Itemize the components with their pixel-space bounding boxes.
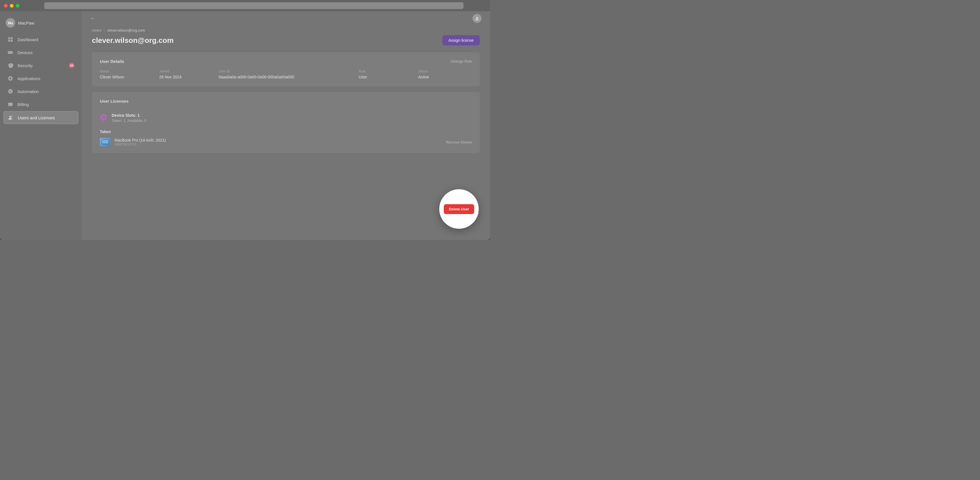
user-id-value: 0aaa0a0a-a000-0a00-0a00-000a0a00a000: [219, 75, 294, 79]
sidebar-item-billing[interactable]: Billing: [3, 98, 78, 110]
users-icon: [8, 115, 14, 121]
user-avatar-top[interactable]: [473, 14, 482, 23]
page-header: clever.wilson@org.com Assign license: [92, 35, 480, 45]
svg-rect-15: [102, 140, 108, 144]
minimize-button[interactable]: [10, 4, 14, 8]
org-initials: Ma: [8, 21, 13, 25]
license-text: Device Slots: 1 Taken: 1, Available: 0.: [111, 113, 147, 123]
user-id-label: User ID: [219, 69, 353, 73]
security-badge: 34: [69, 62, 75, 68]
sidebar-item-automation[interactable]: Automation: [3, 85, 78, 97]
name-field: Name Clever Wilson: [100, 69, 154, 80]
status-value: Active: [418, 75, 429, 79]
change-role-button[interactable]: Change Role: [450, 59, 472, 64]
breadcrumb-separator: ›: [104, 28, 105, 32]
device-row: MacBook Pro (14-inch, 2021) A0BCDE1F2G R…: [100, 138, 472, 147]
license-item: Device Slots: 1 Taken: 1, Available: 0.: [100, 109, 472, 127]
user-details-grid: Name Clever Wilson Joined 26 Nov 2024 Us…: [100, 69, 472, 80]
svg-point-7: [10, 78, 11, 79]
billing-icon: [7, 101, 14, 107]
svg-point-11: [9, 116, 11, 118]
org-name: MacPaw: [18, 21, 34, 26]
address-bar[interactable]: [44, 2, 463, 9]
license-detail: Taken: 1, Available: 0.: [111, 118, 147, 123]
titlebar: [0, 0, 490, 11]
device-details: MacBook Pro (14-inch, 2021) A0BCDE1F2G: [115, 138, 166, 147]
main-content: ← Users › clever.wilson@org.com clever.w…: [82, 11, 490, 240]
svg-rect-0: [8, 37, 10, 39]
assign-license-button[interactable]: Assign license: [442, 35, 480, 45]
applications-icon: [7, 75, 14, 81]
sidebar-item-security[interactable]: Security 34: [3, 59, 78, 72]
status-field: Status Active: [418, 69, 472, 80]
user-id-field: User ID 0aaa0a0a-a000-0a00-0a00-000a0a00…: [219, 69, 353, 80]
taken-title: Taken: [100, 129, 472, 134]
security-icon: [7, 62, 14, 69]
delete-user-button[interactable]: Delete User: [444, 204, 474, 214]
device-id: A0BCDE1F2G: [115, 142, 166, 147]
taken-section: Taken: [100, 129, 472, 147]
org-avatar: Ma: [6, 18, 15, 28]
sidebar: Ma MacPaw Dashboard Devices: [0, 11, 82, 240]
macbook-icon: [100, 138, 111, 147]
joined-value: 26 Nov 2024: [159, 75, 181, 79]
joined-field: Joined 26 Nov 2024: [159, 69, 213, 80]
breadcrumb-current: clever.wilson@org.com: [107, 28, 145, 32]
delete-user-fab: Delete User: [439, 189, 479, 229]
svg-rect-4: [8, 51, 12, 54]
sidebar-item-label: Devices: [18, 50, 32, 55]
maximize-button[interactable]: [16, 4, 19, 8]
devices-icon: [7, 49, 14, 56]
sidebar-navigation: Dashboard Devices Security 34: [0, 33, 82, 124]
name-value: Clever Wilson: [100, 75, 124, 79]
role-value: User: [359, 75, 367, 79]
sidebar-item-label: Applications: [18, 76, 40, 81]
org-logo: Ma MacPaw: [0, 16, 82, 33]
user-licenses-title: User Licenses: [100, 99, 129, 104]
automation-icon: [7, 88, 14, 94]
svg-point-13: [476, 17, 478, 19]
sidebar-item-users-and-licenses[interactable]: Users and Licenses: [3, 111, 78, 124]
device-info: MacBook Pro (14-inch, 2021) A0BCDE1F2G: [100, 138, 166, 147]
sidebar-item-label: Billing: [18, 102, 29, 107]
sidebar-item-label: Users and Licenses: [18, 115, 55, 120]
svg-rect-3: [11, 40, 13, 42]
collapse-sidebar-button[interactable]: ←: [90, 16, 95, 21]
svg-rect-5: [12, 52, 13, 54]
user-details-section: User Details Change Role Name Clever Wil…: [92, 52, 480, 86]
user-details-title: User Details: [100, 59, 124, 64]
content-area: Users › clever.wilson@org.com clever.wil…: [82, 26, 490, 240]
joined-label: Joined: [159, 69, 213, 73]
dashboard-icon: [7, 37, 14, 43]
sidebar-item-label: Dashboard: [18, 37, 38, 42]
sidebar-item-dashboard[interactable]: Dashboard: [3, 33, 78, 46]
page-title: clever.wilson@org.com: [92, 36, 174, 45]
license-name: Device Slots: 1: [111, 113, 147, 118]
svg-rect-1: [11, 37, 13, 39]
sidebar-item-devices[interactable]: Devices: [3, 46, 78, 59]
status-label: Status: [418, 69, 472, 73]
role-field: Role User: [359, 69, 412, 80]
license-gear-icon: [100, 113, 108, 121]
svg-rect-10: [8, 104, 13, 104]
user-licenses-section: User Licenses Device Slots: 1 Taken: 1, …: [92, 92, 480, 153]
sidebar-item-applications[interactable]: Applications: [3, 72, 78, 85]
svg-rect-2: [8, 40, 10, 42]
breadcrumb-parent[interactable]: Users: [92, 28, 102, 32]
app-window: Ma MacPaw Dashboard Devices: [0, 0, 490, 240]
user-details-header: User Details Change Role: [100, 59, 472, 64]
sidebar-item-label: Security: [18, 63, 33, 68]
name-label: Name: [100, 69, 154, 73]
top-bar: ←: [82, 11, 490, 26]
user-licenses-header: User Licenses: [100, 99, 472, 104]
role-label: Role: [359, 69, 412, 73]
breadcrumb: Users › clever.wilson@org.com: [92, 28, 480, 32]
close-button[interactable]: [4, 4, 8, 8]
remove-device-button[interactable]: Remove Device: [446, 140, 472, 144]
sidebar-item-label: Automation: [18, 89, 39, 94]
device-name: MacBook Pro (14-inch, 2021): [115, 138, 166, 142]
svg-point-12: [11, 116, 13, 117]
